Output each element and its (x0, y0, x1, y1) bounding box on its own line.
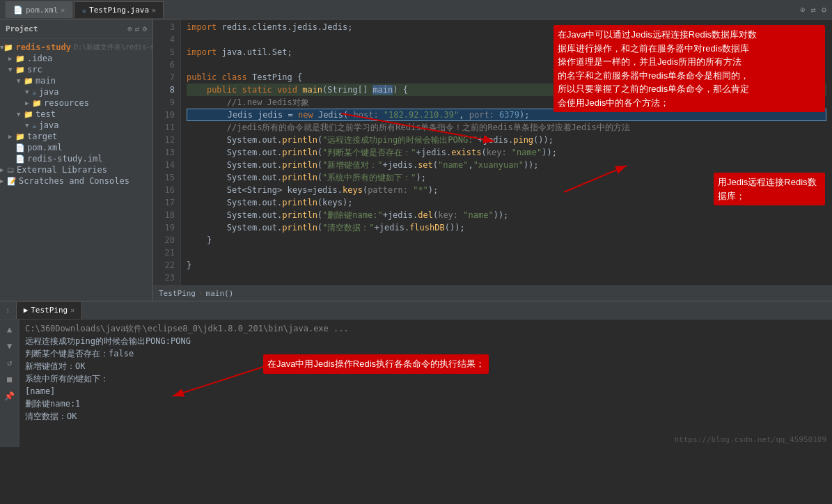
tree-item-idea[interactable]: ▶ 📁 .idea (0, 53, 152, 64)
sidebar: Project ⊕ ⇄ ⚙ ▼ 📁 redis-study D:\新建文件夹\r… (0, 19, 153, 301)
ln-3: 3 (153, 21, 180, 33)
tree-src-label: src (27, 65, 42, 74)
tree-iml-label: redis-study.iml (27, 154, 102, 164)
tab-pom-close[interactable]: ✕ (61, 6, 65, 14)
code-line-7: public class TestPing { (187, 71, 826, 84)
sidebar-title: Project (6, 24, 38, 33)
line-numbers: 3 4 5 6 7 8 9 10 11 12 13 14 15 16 17 18 (153, 19, 181, 285)
tree-root-path: D:\新建文件夹\redis-study (74, 42, 152, 52)
tree-pom-label: pom.xml (27, 143, 63, 152)
console-out-1: 远程连接成功ping的时候会输出PONG:PONG (25, 335, 826, 347)
console-out-4: 系统中所有的键如下： (25, 372, 826, 385)
ln-16: 16 (153, 184, 180, 196)
console-scroll-up[interactable]: ▲ (3, 322, 17, 336)
code-line-22: } (187, 259, 826, 271)
sidebar-header: Project ⊕ ⇄ ⚙ (0, 19, 152, 39)
tree-item-extlib[interactable]: ▶ 🗂 External Libraries (0, 164, 152, 175)
ln-22: 22 (153, 259, 180, 271)
console-pin[interactable]: 📌 (3, 389, 17, 403)
console-out-6: 删除键name:1 (25, 397, 826, 410)
editor-area: 3 4 5 6 7 8 9 10 11 12 13 14 15 16 17 18 (153, 19, 832, 301)
code-editor[interactable]: import redis.clients.jedis.Jedis; import… (181, 19, 832, 285)
ln-13: 13 (153, 146, 180, 159)
add-icon[interactable]: ⊕ (800, 5, 805, 15)
code-line-11: //jedis所有的命令就是我们之前学习的所有Redis单条指令！之前的Redi… (187, 121, 826, 134)
ln-18: 18 (153, 209, 180, 221)
code-line-20: } (187, 234, 826, 246)
sidebar-add-icon[interactable]: ⊕ (127, 24, 132, 33)
editor-content[interactable]: 3 4 5 6 7 8 9 10 11 12 13 14 15 16 17 18 (153, 19, 832, 285)
code-line-5: import java.util.Set; (187, 46, 826, 58)
toolbar-right: ⊕ ⇄ ⚙ (800, 5, 826, 15)
tab-pom-label: pom.xml (26, 6, 58, 15)
breadcrumb-method: main() (206, 289, 234, 298)
tree-item-root[interactable]: ▼ 📁 redis-study D:\新建文件夹\redis-study (0, 42, 152, 53)
tree-item-test-java[interactable]: ▼ ☕ java (0, 120, 152, 131)
breadcrumb-file: TestPing (159, 289, 196, 298)
sidebar-settings-icon[interactable]: ⚙ (142, 24, 147, 33)
bottom-tab-bar: : ▶ TestPing ✕ (0, 301, 832, 320)
tree-target-label: target (27, 132, 57, 141)
code-line-23 (187, 271, 826, 284)
main-area: Project ⊕ ⇄ ⚙ ▼ 📁 redis-study D:\新建文件夹\r… (0, 19, 832, 301)
ln-5: 5 (153, 46, 180, 58)
file-tree: ▼ 📁 redis-study D:\新建文件夹\redis-study ▶ 📁… (0, 39, 152, 301)
ln-21: 21 (153, 246, 180, 259)
breadcrumb-sep: › (198, 289, 203, 298)
settings-icon[interactable]: ⚙ (822, 5, 826, 15)
console-output[interactable]: C:\360Downloads\java软件\eclipse8_0\jdk1.8… (19, 320, 832, 447)
ln-4: 4 (153, 33, 180, 46)
code-line-3: import redis.clients.jedis.Jedis; (187, 21, 826, 33)
java-icon: ☕ (81, 6, 86, 15)
tab-testping-close[interactable]: ✕ (152, 6, 156, 14)
code-line-10: Jedis jedis = new Jedis( host: "182.92.2… (187, 109, 826, 121)
console-tab-label: TestPing (31, 306, 68, 315)
console-tab-icon: ▶ (24, 306, 29, 315)
tab-testping-label: TestPing.java (89, 6, 149, 15)
tree-main-java-label: java (39, 87, 59, 97)
watermark: https://blog.csdn.net/qq_45950109 (674, 435, 826, 444)
tab-pom[interactable]: 📄 pom.xml ✕ (6, 1, 72, 18)
tree-test-label: test (36, 109, 56, 119)
console-rerun[interactable]: ↺ (3, 356, 17, 370)
console-label: : (6, 306, 10, 315)
console-out-5: [name] (25, 385, 826, 397)
tab-testping[interactable]: ☕ TestPing.java ✕ (74, 1, 164, 18)
tree-item-pom[interactable]: ▶ 📄 pom.xml (0, 142, 152, 153)
ln-14: 14 (153, 159, 180, 171)
tab-testping-console[interactable]: ▶ TestPing ✕ (16, 302, 83, 319)
tree-item-main[interactable]: ▼ 📁 main (0, 75, 152, 86)
console-scroll-down[interactable]: ▼ (3, 339, 17, 353)
tree-item-src[interactable]: ▼ 📁 src (0, 64, 152, 75)
code-line-19: System.out.println("清空数据："+jedis.flushDB… (187, 221, 826, 234)
tree-item-scratches[interactable]: ▶ 📝 Scratches and Consoles (0, 175, 152, 187)
tree-item-main-java[interactable]: ▼ ☕ java (0, 86, 152, 97)
ln-23: 23 (153, 271, 180, 284)
tree-item-test[interactable]: ▼ 📁 test (0, 109, 152, 120)
ln-17: 17 (153, 196, 180, 209)
console-stop[interactable]: ■ (3, 372, 17, 386)
code-line-17: System.out.println(keys); (187, 196, 826, 209)
console-out-7: 清空数据：OK (25, 410, 826, 423)
code-line-13: System.out.println("判断某个键是否存在："+jedis.ex… (187, 146, 826, 159)
code-line-12: System.out.println("远程连接成功ping的时候会输出PONG… (187, 134, 826, 146)
code-line-6 (187, 58, 826, 71)
breadcrumb-bar: TestPing › main() (153, 285, 832, 301)
bottom-content: ▲ ▼ ↺ ■ 📌 C:\360Downloads\java软件\eclipse… (0, 320, 832, 447)
console-command: C:\360Downloads\java软件\eclipse8_0\jdk1.8… (25, 322, 826, 335)
sidebar-sync-icon[interactable]: ⇄ (135, 24, 140, 33)
tree-item-target[interactable]: ▶ 📁 target (0, 131, 152, 142)
console-tab-close[interactable]: ✕ (70, 306, 74, 314)
tree-item-iml[interactable]: ▶ 📄 redis-study.iml (0, 153, 152, 164)
ln-6: 6 (153, 58, 180, 71)
tree-root-label: redis-study (15, 42, 70, 52)
sidebar-toolbar: ⊕ ⇄ ⚙ (127, 24, 147, 33)
ln-11: 11 (153, 121, 180, 134)
tree-test-java-label: java (39, 120, 59, 130)
tree-idea-label: .idea (27, 54, 52, 63)
tree-item-resources[interactable]: ▶ 📁 resources (0, 97, 152, 109)
sync-icon[interactable]: ⇄ (811, 5, 816, 15)
ln-19: 19 (153, 221, 180, 234)
code-line-4 (187, 33, 826, 46)
tree-scratches-label: Scratches and Consoles (19, 176, 129, 186)
